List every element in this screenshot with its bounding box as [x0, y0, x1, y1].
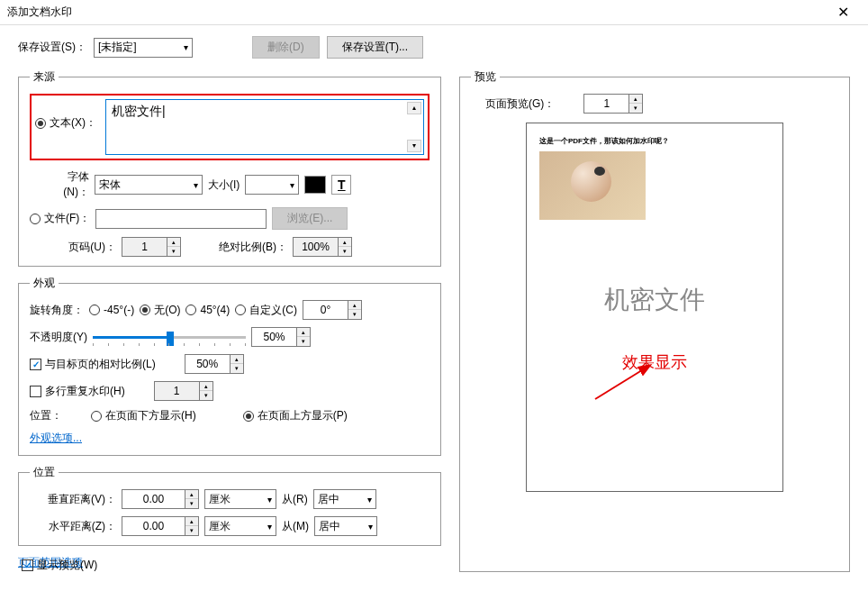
font-label: 字体(N)：: [44, 169, 89, 200]
rotation-label: 旋转角度：: [30, 303, 84, 318]
hdist-label: 水平距离(Z)：: [44, 519, 116, 534]
color-picker[interactable]: [304, 176, 326, 194]
vunit-combo[interactable]: 厘米▾: [204, 489, 276, 509]
above-radio[interactable]: 在页面上方显示(P): [243, 408, 348, 423]
radio-icon: [35, 118, 46, 129]
delete-button: 删除(D): [252, 36, 320, 59]
watermark-text-input[interactable]: 机密文件|: [106, 100, 423, 154]
page-preview-spinner[interactable]: ▴▾: [583, 94, 643, 114]
preview-legend: 预览: [471, 69, 500, 85]
appearance-group: 外观 旋转角度： -45°(-) 无(O) 45°(4) 自定义(C) ▴▾ 不…: [18, 276, 441, 456]
abs-scale-spinner[interactable]: ▴▾: [293, 237, 352, 257]
preview-page: 这是一个PDF文件，那该如何加水印呢？ 机密文件 效果显示: [526, 123, 783, 492]
chevron-down-icon: ▾: [184, 42, 188, 52]
preview-group: 预览 页面预览(G)： ▴▾ 这是一个PDF文件，那该如何加水印呢？ 机密文件 …: [459, 69, 850, 572]
from-m-label: 从(M): [282, 519, 309, 534]
file-radio[interactable]: 文件(F)：: [30, 211, 90, 226]
below-radio[interactable]: 在页面下方显示(H): [91, 408, 196, 423]
preview-image: [539, 151, 646, 220]
scrollbar[interactable]: ▴ ▾: [407, 102, 421, 152]
from-r-label: 从(R): [282, 492, 308, 507]
rot-custom-radio[interactable]: 自定义(C): [235, 303, 297, 318]
hunit-combo[interactable]: 厘米▾: [204, 516, 276, 536]
highlight-box: 文本(X)： 机密文件| ▴ ▾: [30, 94, 429, 160]
vdist-label: 垂直距离(V)：: [44, 492, 116, 507]
annotation-arrow-icon: [591, 359, 663, 404]
repeat-checkbox[interactable]: 多行重复水印(H): [30, 384, 125, 399]
save-config-button[interactable]: 保存设置(T)...: [327, 36, 423, 59]
opacity-spinner[interactable]: ▴▾: [251, 327, 311, 347]
relative-spinner[interactable]: ▴▾: [185, 354, 244, 374]
hdist-spinner[interactable]: ▴▾: [122, 516, 199, 536]
opacity-label: 不透明度(Y): [30, 330, 87, 345]
browse-button: 浏览(E)...: [272, 207, 348, 230]
page-preview-label: 页面预览(G)：: [485, 96, 555, 112]
page-label: 页码(U)：: [44, 240, 116, 255]
vdist-spinner[interactable]: ▴▾: [122, 489, 199, 509]
abs-scale-label: 绝对比例(B)：: [219, 240, 287, 255]
font-combo[interactable]: 宋体▾: [95, 175, 203, 195]
position-legend: 位置: [30, 465, 59, 480]
titlebar: 添加文档水印 ✕: [0, 0, 868, 25]
appearance-legend: 外观: [30, 276, 59, 291]
rotation-spinner[interactable]: ▴▾: [303, 300, 362, 320]
preview-doc-text: 这是一个PDF文件，那该如何加水印呢？: [539, 136, 770, 146]
position-label: 位置：: [30, 408, 62, 423]
show-preview-checkbox[interactable]: 显示预览(W): [22, 558, 97, 573]
rot-neg45-radio[interactable]: -45°(-): [89, 304, 134, 316]
repeat-spinner[interactable]: ▴▾: [154, 381, 213, 401]
position-group: 位置 垂直距离(V)： ▴▾ 厘米▾ 从(R) 居中▾ 水平距离(Z)：: [18, 465, 441, 546]
svg-line-1: [595, 366, 649, 399]
scroll-up-icon[interactable]: ▴: [407, 102, 421, 114]
rot-none-radio[interactable]: 无(O): [140, 303, 180, 318]
underline-button[interactable]: T: [331, 175, 351, 195]
rot-45-radio[interactable]: 45°(4): [185, 304, 230, 316]
page-spinner[interactable]: ▴▾: [122, 237, 181, 257]
relative-scale-checkbox[interactable]: 与目标页的相对比例(L): [30, 357, 156, 372]
from-h-combo[interactable]: 居中▾: [314, 516, 377, 536]
source-group: 来源 文本(X)： 机密文件| ▴ ▾: [18, 69, 441, 267]
window-title: 添加文档水印: [7, 5, 72, 20]
size-label: 大小(I): [208, 177, 240, 193]
appearance-options-link[interactable]: 外观选项...: [30, 431, 82, 446]
text-radio[interactable]: 文本(X)：: [35, 99, 96, 131]
scroll-down-icon[interactable]: ▾: [407, 140, 421, 152]
text-input-wrap: 机密文件| ▴ ▾: [105, 99, 424, 155]
save-settings-combo[interactable]: [未指定]▾: [94, 38, 193, 58]
size-combo[interactable]: ▾: [245, 175, 299, 195]
file-input[interactable]: [95, 209, 267, 229]
source-legend: 来源: [30, 69, 59, 85]
opacity-slider[interactable]: [93, 328, 246, 346]
from-v-combo[interactable]: 居中▾: [313, 489, 376, 509]
close-button[interactable]: ✕: [825, 2, 861, 23]
radio-icon: [30, 214, 41, 224]
watermark-preview: 机密文件: [604, 283, 705, 317]
save-settings-label: 保存设置(S)：: [18, 40, 86, 55]
